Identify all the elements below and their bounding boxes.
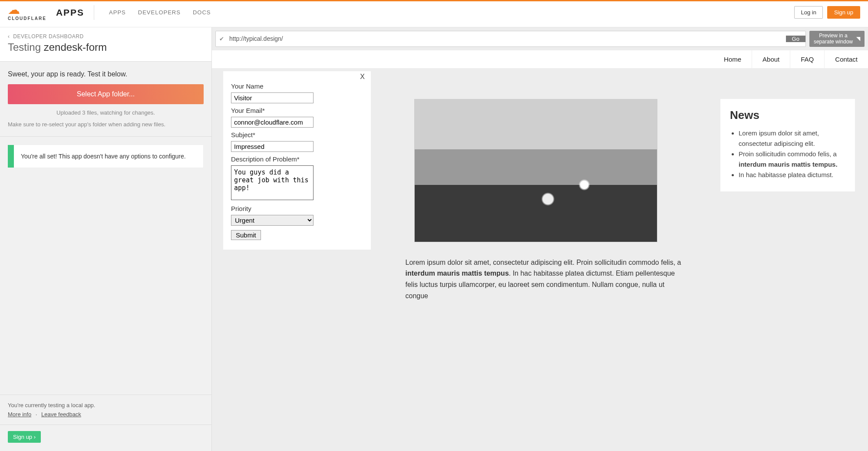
check-icon: ✔ — [219, 36, 224, 42]
news-card: News Lorem ipsum dolor sit amet, consect… — [720, 99, 855, 191]
url-input[interactable]: http://typical.design/ — [229, 33, 786, 45]
description-label: Description of Problem* — [231, 155, 363, 163]
hero-image — [414, 99, 657, 242]
signup-cta-button[interactable]: Sign up › — [8, 431, 41, 443]
priority-select[interactable]: Urgent — [231, 215, 314, 226]
select-folder-button[interactable]: Select App folder... — [8, 84, 204, 104]
brand-name: CLOUDFLARE — [8, 16, 46, 21]
name-input[interactable] — [231, 92, 314, 103]
nav-developers[interactable]: DEVELOPERS — [138, 9, 181, 16]
login-button[interactable]: Log in — [794, 6, 822, 19]
external-window-icon: ◥ — [856, 36, 860, 42]
cloud-icon: ☁ — [8, 4, 46, 16]
name-label: Your Name — [231, 82, 363, 90]
top-nav: APPS DEVELOPERS DOCS — [109, 9, 211, 16]
preview-site: Home About FAQ Contact News Lorem ipsum … — [212, 50, 868, 310]
zendesk-form-modal: X Your Name Your Email* Subject* Descrip… — [223, 71, 371, 250]
chevron-left-icon: ‹ — [8, 33, 10, 40]
subject-input[interactable] — [231, 141, 314, 152]
nav-docs[interactable]: DOCS — [193, 9, 211, 16]
breadcrumb-label: DEVELOPER DASHBOARD — [13, 33, 83, 40]
left-footer-info: You're currently testing a local app. Mo… — [0, 395, 211, 425]
email-label: Your Email* — [231, 107, 363, 114]
top-separator — [94, 5, 94, 20]
site-nav: Home About FAQ Contact — [212, 50, 868, 69]
description-textarea[interactable] — [231, 165, 314, 200]
testing-local-text: You're currently testing a local app. — [8, 402, 204, 408]
upload-status: Uploaded 3 files, watching for changes. — [8, 109, 204, 116]
submit-button[interactable]: Submit — [231, 230, 261, 240]
more-info-link[interactable]: More info — [8, 411, 31, 418]
preview-line-2: separate window — [814, 39, 853, 45]
dot-separator: · — [36, 411, 37, 418]
info-card-text: You're all set! This app doesn't have an… — [14, 145, 193, 168]
cloudflare-logo[interactable]: ☁ CLOUDFLARE — [8, 4, 46, 21]
go-button[interactable]: Go — [786, 36, 805, 42]
site-nav-faq[interactable]: FAQ — [790, 50, 824, 68]
preview-panel: ✔ http://typical.design/ Go Preview in a… — [212, 27, 868, 451]
info-card-accent — [8, 145, 14, 168]
main-split: ‹ DEVELOPER DASHBOARD Testing zendesk-fo… — [0, 27, 868, 451]
page-title-name: zendesk-form — [44, 41, 107, 53]
info-card: You're all set! This app doesn't have an… — [8, 145, 204, 168]
reselect-hint: Make sure to re-select your app's folder… — [8, 121, 204, 128]
topbar: ☁ CLOUDFLARE APPS APPS DEVELOPERS DOCS L… — [0, 1, 868, 27]
url-input-wrap: ✔ http://typical.design/ Go — [215, 31, 806, 47]
preview-line-1: Preview in a — [814, 33, 853, 39]
page-title-prefix: Testing — [8, 41, 44, 53]
news-heading: News — [730, 109, 845, 122]
email-input[interactable] — [231, 117, 314, 128]
body-paragraph: Lorem ipsum dolor sit amet, consectetur … — [406, 257, 683, 301]
brand-product[interactable]: APPS — [56, 7, 84, 18]
nav-apps[interactable]: APPS — [109, 9, 126, 16]
leave-feedback-link[interactable]: Leave feedback — [41, 411, 81, 418]
site-nav-home[interactable]: Home — [713, 50, 752, 68]
news-item-3: In hac habitasse platea dictumst. — [739, 170, 845, 180]
site-nav-contact[interactable]: Contact — [824, 50, 868, 68]
subject-label: Subject* — [231, 131, 363, 138]
left-panel: ‹ DEVELOPER DASHBOARD Testing zendesk-fo… — [0, 27, 212, 451]
ready-message: Sweet, your app is ready. Test it below. — [8, 70, 204, 78]
news-item-2: Proin sollicitudin commodo felis, a inte… — [739, 149, 845, 170]
page-title: Testing zendesk-form — [8, 41, 204, 53]
priority-label: Priority — [231, 205, 363, 212]
breadcrumb[interactable]: ‹ DEVELOPER DASHBOARD — [8, 33, 204, 40]
signup-button[interactable]: Sign up — [827, 6, 860, 19]
preview-separate-button[interactable]: Preview in a separate window ◥ — [809, 31, 865, 47]
site-nav-about[interactable]: About — [752, 50, 790, 68]
close-icon[interactable]: X — [360, 73, 365, 81]
url-bar-row: ✔ http://typical.design/ Go Preview in a… — [212, 27, 868, 50]
news-item-1: Lorem ipsum dolor sit amet, consectetur … — [739, 128, 845, 149]
